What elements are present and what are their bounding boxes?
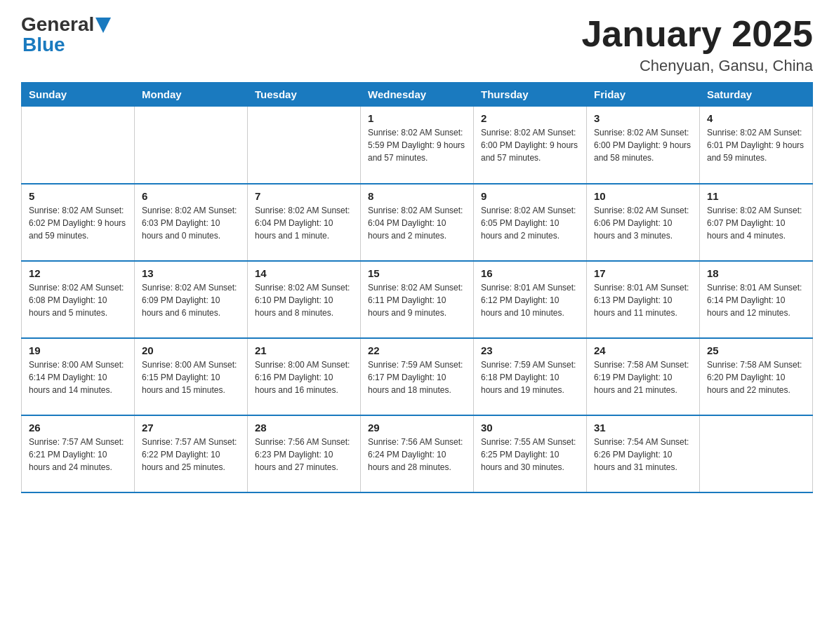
table-row: 15Sunrise: 8:02 AM Sunset: 6:11 PM Dayli… bbox=[361, 261, 474, 338]
table-row: 4Sunrise: 8:02 AM Sunset: 6:01 PM Daylig… bbox=[700, 107, 813, 184]
table-row: 13Sunrise: 8:02 AM Sunset: 6:09 PM Dayli… bbox=[135, 261, 248, 338]
day-info: Sunrise: 7:55 AM Sunset: 6:25 PM Dayligh… bbox=[481, 436, 579, 474]
day-number: 2 bbox=[481, 112, 579, 124]
day-info: Sunrise: 8:02 AM Sunset: 6:09 PM Dayligh… bbox=[142, 281, 240, 319]
day-number: 4 bbox=[707, 112, 805, 124]
table-row: 19Sunrise: 8:00 AM Sunset: 6:14 PM Dayli… bbox=[22, 338, 135, 415]
day-number: 30 bbox=[481, 422, 579, 434]
day-info: Sunrise: 8:02 AM Sunset: 6:02 PM Dayligh… bbox=[29, 204, 127, 242]
calendar-row: 1Sunrise: 8:02 AM Sunset: 5:59 PM Daylig… bbox=[22, 107, 813, 184]
day-number: 11 bbox=[707, 190, 805, 202]
table-row: 20Sunrise: 8:00 AM Sunset: 6:15 PM Dayli… bbox=[135, 338, 248, 415]
day-info: Sunrise: 7:59 AM Sunset: 6:17 PM Dayligh… bbox=[368, 358, 466, 396]
table-row: 10Sunrise: 8:02 AM Sunset: 6:06 PM Dayli… bbox=[587, 184, 700, 261]
col-thursday: Thursday bbox=[474, 83, 587, 107]
day-number: 8 bbox=[368, 190, 466, 202]
table-row: 12Sunrise: 8:02 AM Sunset: 6:08 PM Dayli… bbox=[22, 261, 135, 338]
table-row: 8Sunrise: 8:02 AM Sunset: 6:04 PM Daylig… bbox=[361, 184, 474, 261]
logo-general-text: General bbox=[21, 14, 94, 36]
day-info: Sunrise: 8:00 AM Sunset: 6:15 PM Dayligh… bbox=[142, 358, 240, 396]
day-info: Sunrise: 8:02 AM Sunset: 6:00 PM Dayligh… bbox=[594, 126, 692, 164]
logo-triangle-icon bbox=[95, 18, 111, 33]
table-row: 6Sunrise: 8:02 AM Sunset: 6:03 PM Daylig… bbox=[135, 184, 248, 261]
day-info: Sunrise: 7:59 AM Sunset: 6:18 PM Dayligh… bbox=[481, 358, 579, 396]
day-number: 24 bbox=[594, 344, 692, 356]
table-row: 5Sunrise: 8:02 AM Sunset: 6:02 PM Daylig… bbox=[22, 184, 135, 261]
svg-marker-0 bbox=[95, 18, 111, 33]
table-row: 30Sunrise: 7:55 AM Sunset: 6:25 PM Dayli… bbox=[474, 415, 587, 492]
day-number: 16 bbox=[481, 267, 579, 279]
day-number: 5 bbox=[29, 190, 127, 202]
table-row: 7Sunrise: 8:02 AM Sunset: 6:04 PM Daylig… bbox=[248, 184, 361, 261]
table-row bbox=[248, 107, 361, 184]
day-number: 12 bbox=[29, 267, 127, 279]
table-row: 14Sunrise: 8:02 AM Sunset: 6:10 PM Dayli… bbox=[248, 261, 361, 338]
calendar-row: 26Sunrise: 7:57 AM Sunset: 6:21 PM Dayli… bbox=[22, 415, 813, 492]
day-info: Sunrise: 7:58 AM Sunset: 6:20 PM Dayligh… bbox=[707, 358, 805, 396]
day-info: Sunrise: 8:02 AM Sunset: 6:06 PM Dayligh… bbox=[594, 204, 692, 242]
table-row: 17Sunrise: 8:01 AM Sunset: 6:13 PM Dayli… bbox=[587, 261, 700, 338]
day-info: Sunrise: 8:02 AM Sunset: 6:11 PM Dayligh… bbox=[368, 281, 466, 319]
table-row: 28Sunrise: 7:56 AM Sunset: 6:23 PM Dayli… bbox=[248, 415, 361, 492]
day-info: Sunrise: 8:02 AM Sunset: 6:01 PM Dayligh… bbox=[707, 126, 805, 164]
day-number: 15 bbox=[368, 267, 466, 279]
day-number: 31 bbox=[594, 422, 692, 434]
day-info: Sunrise: 8:02 AM Sunset: 6:04 PM Dayligh… bbox=[255, 204, 353, 242]
day-number: 1 bbox=[368, 112, 466, 124]
table-row: 22Sunrise: 7:59 AM Sunset: 6:17 PM Dayli… bbox=[361, 338, 474, 415]
day-number: 23 bbox=[481, 344, 579, 356]
day-info: Sunrise: 8:01 AM Sunset: 6:13 PM Dayligh… bbox=[594, 281, 692, 319]
day-number: 18 bbox=[707, 267, 805, 279]
logo: General Blue bbox=[21, 14, 111, 56]
table-row: 1Sunrise: 8:02 AM Sunset: 5:59 PM Daylig… bbox=[361, 107, 474, 184]
day-info: Sunrise: 8:02 AM Sunset: 6:10 PM Dayligh… bbox=[255, 281, 353, 319]
day-info: Sunrise: 7:58 AM Sunset: 6:19 PM Dayligh… bbox=[594, 358, 692, 396]
calendar-header-row: Sunday Monday Tuesday Wednesday Thursday… bbox=[22, 83, 813, 107]
day-number: 25 bbox=[707, 344, 805, 356]
table-row: 3Sunrise: 8:02 AM Sunset: 6:00 PM Daylig… bbox=[587, 107, 700, 184]
calendar-table: Sunday Monday Tuesday Wednesday Thursday… bbox=[21, 82, 813, 493]
calendar-subtitle: Chenyuan, Gansu, China bbox=[581, 57, 813, 75]
calendar-row: 12Sunrise: 8:02 AM Sunset: 6:08 PM Dayli… bbox=[22, 261, 813, 338]
table-row: 11Sunrise: 8:02 AM Sunset: 6:07 PM Dayli… bbox=[700, 184, 813, 261]
calendar-row: 5Sunrise: 8:02 AM Sunset: 6:02 PM Daylig… bbox=[22, 184, 813, 261]
day-number: 19 bbox=[29, 344, 127, 356]
day-info: Sunrise: 7:56 AM Sunset: 6:23 PM Dayligh… bbox=[255, 436, 353, 474]
day-number: 22 bbox=[368, 344, 466, 356]
calendar-title: January 2025 bbox=[581, 14, 813, 54]
table-row: 21Sunrise: 8:00 AM Sunset: 6:16 PM Dayli… bbox=[248, 338, 361, 415]
table-row bbox=[135, 107, 248, 184]
day-number: 10 bbox=[594, 190, 692, 202]
table-row: 18Sunrise: 8:01 AM Sunset: 6:14 PM Dayli… bbox=[700, 261, 813, 338]
day-info: Sunrise: 7:57 AM Sunset: 6:21 PM Dayligh… bbox=[29, 436, 127, 474]
col-saturday: Saturday bbox=[700, 83, 813, 107]
day-info: Sunrise: 8:02 AM Sunset: 6:04 PM Dayligh… bbox=[368, 204, 466, 242]
day-number: 17 bbox=[594, 267, 692, 279]
table-row: 29Sunrise: 7:56 AM Sunset: 6:24 PM Dayli… bbox=[361, 415, 474, 492]
day-number: 20 bbox=[142, 344, 240, 356]
table-row: 31Sunrise: 7:54 AM Sunset: 6:26 PM Dayli… bbox=[587, 415, 700, 492]
day-info: Sunrise: 8:02 AM Sunset: 6:05 PM Dayligh… bbox=[481, 204, 579, 242]
day-info: Sunrise: 7:57 AM Sunset: 6:22 PM Dayligh… bbox=[142, 436, 240, 474]
col-tuesday: Tuesday bbox=[248, 83, 361, 107]
col-friday: Friday bbox=[587, 83, 700, 107]
day-info: Sunrise: 8:02 AM Sunset: 6:03 PM Dayligh… bbox=[142, 204, 240, 242]
day-number: 3 bbox=[594, 112, 692, 124]
day-info: Sunrise: 8:00 AM Sunset: 6:14 PM Dayligh… bbox=[29, 358, 127, 396]
day-info: Sunrise: 8:01 AM Sunset: 6:14 PM Dayligh… bbox=[707, 281, 805, 319]
table-row bbox=[22, 107, 135, 184]
table-row bbox=[700, 415, 813, 492]
day-info: Sunrise: 8:02 AM Sunset: 6:00 PM Dayligh… bbox=[481, 126, 579, 164]
day-info: Sunrise: 7:54 AM Sunset: 6:26 PM Dayligh… bbox=[594, 436, 692, 474]
calendar-row: 19Sunrise: 8:00 AM Sunset: 6:14 PM Dayli… bbox=[22, 338, 813, 415]
col-sunday: Sunday bbox=[22, 83, 135, 107]
table-row: 16Sunrise: 8:01 AM Sunset: 6:12 PM Dayli… bbox=[474, 261, 587, 338]
table-row: 23Sunrise: 7:59 AM Sunset: 6:18 PM Dayli… bbox=[474, 338, 587, 415]
day-number: 28 bbox=[255, 422, 353, 434]
col-wednesday: Wednesday bbox=[361, 83, 474, 107]
page-header: General Blue January 2025 Chenyuan, Gans… bbox=[21, 14, 813, 75]
table-row: 2Sunrise: 8:02 AM Sunset: 6:00 PM Daylig… bbox=[474, 107, 587, 184]
day-number: 29 bbox=[368, 422, 466, 434]
day-number: 13 bbox=[142, 267, 240, 279]
col-monday: Monday bbox=[135, 83, 248, 107]
